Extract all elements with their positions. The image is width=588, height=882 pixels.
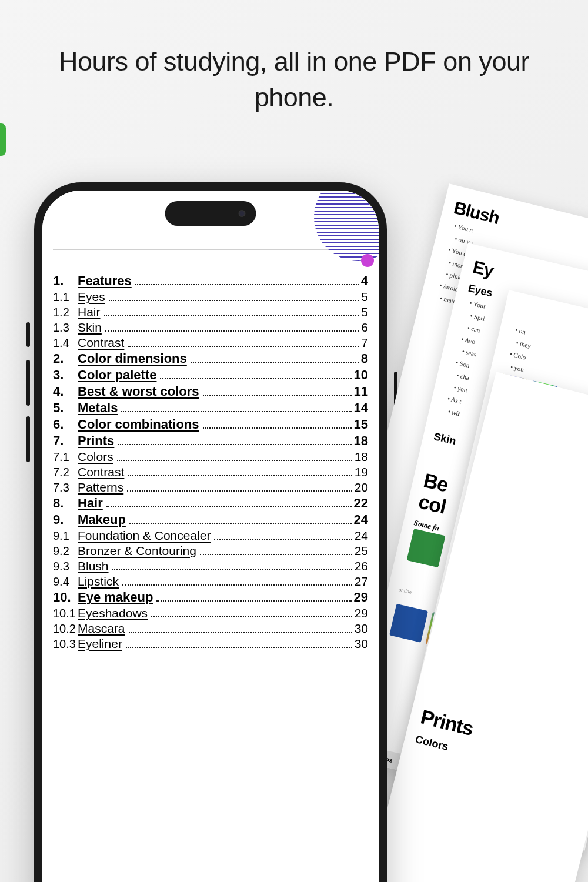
toc-row[interactable]: 1.1Eyes5 [53, 290, 368, 304]
toc-row[interactable]: 1.4Contrast7 [53, 336, 368, 350]
divider [53, 249, 368, 250]
toc-leader [104, 315, 359, 316]
toc-row[interactable]: 9.3Blush26 [53, 559, 368, 573]
toc-page: 30 [355, 622, 368, 636]
toc-page: 22 [354, 496, 368, 511]
toc-row[interactable]: 7.1Colors18 [53, 450, 368, 464]
toc-title: Mascara [78, 622, 125, 636]
toc-row[interactable]: 10.3Eyeliner30 [53, 637, 368, 651]
toc-row[interactable]: 1.Features4 [53, 273, 368, 289]
toc-row[interactable]: 10.2Mascara30 [53, 622, 368, 636]
toc-row[interactable]: 10.1Eyeshadows29 [53, 606, 368, 620]
toc-title: Colors [78, 450, 113, 464]
toc-title: Skin [78, 320, 102, 335]
table-of-contents: 1.Features41.1Eyes51.2Hair51.3Skin61.4Co… [53, 273, 368, 651]
toc-page: 10 [354, 368, 368, 383]
toc-page: 19 [355, 465, 368, 479]
toc-leader [128, 475, 352, 476]
toc-number: 7.3 [53, 481, 78, 495]
toc-leader [118, 444, 351, 445]
toc-number: 1. [53, 273, 78, 289]
toc-number: 1.2 [53, 306, 78, 319]
camera-icon [239, 210, 246, 217]
toc-title: Lipstick [78, 574, 119, 589]
toc-leader [203, 427, 352, 429]
toc-page: 8 [361, 351, 368, 366]
toc-row[interactable]: 3.Color palette10 [53, 368, 368, 383]
toc-page: 27 [355, 574, 368, 589]
color-swatch [406, 529, 445, 568]
toc-leader [203, 395, 352, 396]
toc-row[interactable]: 5.Metals14 [53, 400, 368, 416]
toc-row[interactable]: 9.1Foundation & Concealer24 [53, 529, 368, 543]
toc-row[interactable]: 10.Eye makeup29 [53, 590, 368, 605]
toc-page: 14 [354, 400, 368, 416]
toc-leader [105, 330, 359, 332]
decorative-tab [0, 123, 6, 156]
toc-row[interactable]: 9.2Bronzer & Contouring25 [53, 544, 368, 558]
toc-leader [135, 284, 359, 285]
toc-row[interactable]: 7.3Patterns20 [53, 480, 368, 495]
toc-page: 30 [355, 637, 368, 651]
toc-title: Blush [78, 559, 109, 573]
toc-title: Contrast [78, 465, 124, 479]
toc-row[interactable]: 7.2Contrast19 [53, 465, 368, 479]
toc-row[interactable]: 9.Makeup24 [53, 512, 368, 527]
toc-number: 9.2 [53, 544, 78, 558]
toc-row[interactable]: 4.Best & worst colors11 [53, 384, 368, 399]
toc-page: 11 [354, 384, 368, 399]
toc-title: Bronzer & Contouring [78, 544, 196, 558]
toc-number: 3. [53, 368, 78, 383]
toc-row[interactable]: 1.2Hair5 [53, 305, 368, 319]
phone-mockup: 1.Features41.1Eyes51.2Hair51.3Skin61.4Co… [34, 182, 387, 882]
toc-page: 29 [354, 590, 368, 605]
toc-title: Color dimensions [78, 351, 187, 366]
toc-row[interactable]: 1.3Skin6 [53, 320, 368, 335]
toc-row[interactable]: 6.Color combinations15 [53, 417, 368, 432]
toc-number: 10.1 [53, 607, 78, 620]
toc-title: Prints [78, 433, 114, 449]
toc-title: Foundation & Concealer [78, 529, 211, 543]
toc-number: 4. [53, 384, 78, 399]
toc-leader [200, 554, 352, 555]
toc-number: 5. [53, 400, 78, 416]
toc-title: Color palette [78, 368, 156, 383]
decorative-dot [361, 254, 374, 267]
toc-leader [156, 600, 351, 602]
toc-title: Color combinations [78, 417, 199, 432]
toc-number: 7. [53, 433, 78, 449]
toc-number: 10. [53, 590, 78, 605]
toc-page: 4 [361, 273, 368, 289]
toc-number: 2. [53, 351, 78, 366]
toc-page: 7 [361, 336, 368, 350]
toc-title: Hair [78, 305, 101, 319]
toc-row[interactable]: 9.4Lipstick27 [53, 574, 368, 589]
toc-page: 24 [355, 529, 368, 543]
toc-page: 20 [355, 480, 368, 495]
phone-side-button [26, 360, 30, 406]
toc-leader [127, 490, 352, 492]
toc-leader [214, 539, 352, 540]
toc-row[interactable]: 2.Color dimensions8 [53, 351, 368, 366]
toc-page: 5 [361, 305, 368, 319]
toc-number: 9. [53, 512, 78, 527]
toc-row[interactable]: 7.Prints18 [53, 433, 368, 449]
toc-number: 9.3 [53, 560, 78, 573]
headline: Hours of studying, all in one PDF on you… [0, 0, 588, 116]
toc-row[interactable]: 8.Hair22 [53, 496, 368, 511]
toc-leader [129, 632, 352, 633]
toc-title: Best & worst colors [78, 384, 199, 399]
toc-number: 10.2 [53, 622, 78, 636]
toc-title: Eyes [78, 290, 105, 304]
phone-side-button [26, 416, 30, 462]
toc-number: 1.3 [53, 321, 78, 335]
toc-number: 7.1 [53, 450, 78, 464]
phone-side-button [26, 322, 30, 347]
toc-number: 8. [53, 496, 78, 511]
toc-title: Eyeshadows [78, 606, 148, 620]
toc-title: Makeup [78, 512, 126, 527]
color-swatch [389, 604, 428, 643]
toc-title: Contrast [78, 336, 124, 350]
toc-number: 9.1 [53, 529, 78, 543]
toc-number: 9.4 [53, 575, 78, 589]
